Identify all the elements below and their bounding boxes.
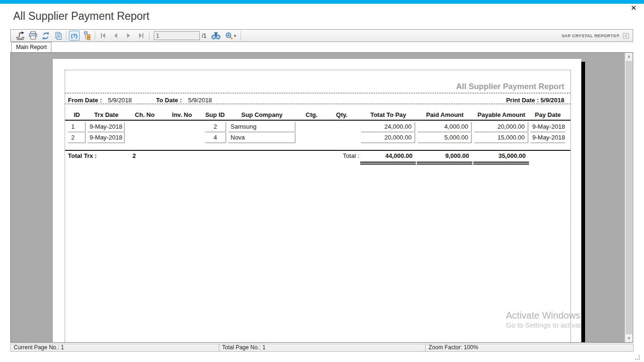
- print-button[interactable]: [26, 30, 39, 41]
- nav-first-button[interactable]: [97, 30, 109, 41]
- page-title: All Supplier Payment Report: [13, 10, 149, 23]
- status-current-page: Current Page No.: 1: [11, 344, 219, 351]
- table-row: 1 9-May-2018 2 Samsung 24,000.00 4,000.0…: [65, 122, 570, 133]
- nav-last-button[interactable]: [135, 30, 148, 41]
- toolbar: (?) /1: [10, 29, 633, 42]
- print-icon: [28, 31, 38, 40]
- col-header-ctg: Ctg.: [297, 111, 326, 118]
- toolbar-separator: [95, 31, 95, 40]
- cell-pay-date: 9-May-2018: [530, 122, 565, 132]
- report-viewer: All Supplier Payment Report From Date : …: [10, 52, 633, 343]
- toolbar-separator: [149, 31, 149, 40]
- activate-windows-watermark: Activate Windows Go to Settings to activ…: [506, 310, 585, 329]
- cell-total-to-pay: 20,000.00: [361, 133, 415, 143]
- col-header-inv-no: Inv. No: [168, 111, 196, 118]
- col-header-payable-amount: Payable Amount: [471, 111, 532, 118]
- divider: [65, 120, 570, 121]
- nav-first-icon: [99, 33, 107, 39]
- cell-total-to-pay: 24,000.00: [361, 122, 415, 132]
- total-trx-value: 2: [132, 152, 136, 159]
- window-accent-strip: [0, 0, 644, 4]
- status-total-page: Total Page No.: 1: [219, 344, 426, 351]
- nav-prev-button[interactable]: [109, 30, 122, 41]
- cell-sup-id: 2: [205, 122, 226, 132]
- zoom-button[interactable]: ▾: [222, 30, 239, 41]
- toolbar-separator: [66, 31, 66, 40]
- table-row: 2 9-May-2018 4 Nova 20,000.00 5,000.00 1…: [65, 133, 570, 144]
- divider: [65, 104, 570, 104]
- to-date-label: To Date :: [156, 97, 182, 104]
- tab-main-report[interactable]: Main Report: [11, 42, 51, 53]
- nav-next-icon: [125, 33, 132, 39]
- col-header-pay-date: Pay Date: [530, 111, 565, 118]
- refresh-icon: [41, 32, 50, 40]
- watermark-line2: Go to Settings to activate: [506, 321, 585, 329]
- col-header-total-to-pay: Totat To Pay: [361, 111, 415, 118]
- cell-sup-company: Nova: [228, 133, 296, 143]
- scroll-up-icon[interactable]: ∧: [625, 53, 633, 61]
- nav-last-icon: [138, 33, 145, 39]
- divider: [65, 150, 570, 151]
- copy-button[interactable]: [52, 30, 65, 41]
- parameter-panel-icon[interactable]: (?): [69, 31, 80, 41]
- col-header-trx-date: Trx Date: [88, 111, 125, 118]
- chevron-down-icon: ▾: [234, 33, 236, 38]
- page-shadow: [581, 62, 585, 342]
- zoom-icon: [225, 32, 233, 40]
- divider: [65, 93, 570, 93]
- window-close-icon[interactable]: ✕: [628, 3, 639, 13]
- cell-paid-amount: 5,000.00: [418, 133, 472, 143]
- double-underline: [417, 162, 472, 165]
- cell-sup-id: 4: [205, 133, 226, 143]
- copy-icon: [54, 32, 63, 40]
- cell-pay-date: 9-May-2018: [530, 133, 565, 143]
- find-button[interactable]: [209, 30, 222, 41]
- from-date-value: 5/9/2018: [108, 97, 132, 104]
- scrollbar-thumb[interactable]: [626, 61, 632, 334]
- find-icon: [211, 32, 221, 40]
- report-title: All Supplier Payment Report: [456, 82, 564, 91]
- watermark-line1: Activate Windows: [506, 310, 585, 321]
- cell-paid-amount: 4,000.00: [418, 122, 472, 132]
- total-trx-label: Total Trx :: [68, 152, 97, 159]
- total-payable-value: 35,000.00: [474, 152, 528, 159]
- group-tree-icon: [83, 31, 91, 40]
- group-tree-button[interactable]: [81, 30, 93, 41]
- col-header-sup-id: Sup ID: [202, 111, 228, 118]
- status-zoom-factor: Zoom Factor: 100%: [426, 344, 633, 351]
- total-paid-value: 9,000.00: [418, 152, 472, 159]
- export-icon: [16, 31, 25, 41]
- cell-trx-date: 9-May-2018: [88, 122, 125, 132]
- report-body: All Supplier Payment Report From Date : …: [65, 70, 571, 343]
- cell-payable-amount: 20,000.00: [474, 122, 528, 132]
- to-date-value: 5/9/2018: [188, 97, 212, 104]
- scroll-down-icon[interactable]: ∨: [625, 334, 633, 342]
- total-label: Total :: [329, 152, 359, 159]
- from-date-label: From Date :: [68, 97, 102, 104]
- col-header-sup-company: Sup Company: [228, 111, 296, 118]
- col-header-qty: Qty.: [328, 111, 356, 118]
- vertical-scrollbar[interactable]: ∧ ∨: [625, 53, 633, 342]
- cell-trx-date: 9-May-2018: [88, 133, 125, 143]
- page-number-input[interactable]: [154, 31, 200, 40]
- nav-next-button[interactable]: [122, 30, 135, 41]
- resize-grip[interactable]: [635, 355, 641, 361]
- cell-sup-company: Samsung: [228, 122, 296, 132]
- brand-label: SAP CRYSTAL REPORTS®: [561, 33, 619, 38]
- cell-payable-amount: 15,000.00: [474, 133, 528, 143]
- report-page: All Supplier Payment Report From Date : …: [53, 59, 581, 342]
- refresh-button[interactable]: [39, 30, 52, 41]
- col-header-id: ID: [68, 111, 86, 118]
- status-bar: Current Page No.: 1 Total Page No.: 1 Zo…: [10, 344, 634, 352]
- double-underline: [360, 162, 416, 165]
- cell-id: 2: [68, 133, 86, 143]
- page-total-label: /1: [202, 33, 206, 39]
- toolbar-separator: [240, 31, 241, 40]
- col-header-ch-no: Ch. No: [131, 111, 159, 118]
- double-underline: [473, 162, 529, 165]
- print-date-label: Print Date : 5/9/2018: [506, 97, 564, 104]
- nav-prev-icon: [112, 33, 119, 39]
- brand-close-icon[interactable]: ×: [623, 33, 629, 39]
- cell-id: 1: [68, 122, 86, 132]
- export-button[interactable]: [14, 30, 26, 41]
